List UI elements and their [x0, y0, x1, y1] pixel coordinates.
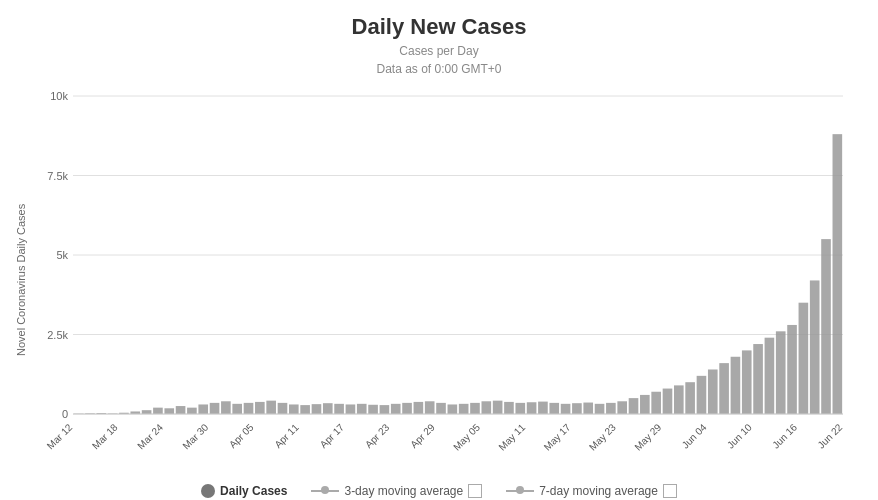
svg-rect-37 — [380, 405, 390, 414]
svg-text:Apr 23: Apr 23 — [363, 421, 392, 450]
svg-rect-36 — [368, 405, 378, 414]
svg-rect-25 — [244, 403, 254, 414]
svg-rect-33 — [334, 404, 344, 414]
svg-rect-16 — [142, 410, 152, 414]
chart-subtitle: Cases per Day Data as of 0:00 GMT+0 — [376, 42, 501, 78]
svg-text:Mar 12: Mar 12 — [45, 421, 75, 451]
svg-rect-17 — [153, 408, 163, 414]
svg-text:Mar 18: Mar 18 — [90, 421, 120, 451]
svg-rect-53 — [561, 404, 571, 414]
svg-rect-64 — [685, 382, 695, 414]
svg-text:Apr 29: Apr 29 — [408, 421, 437, 450]
svg-text:May 29: May 29 — [632, 421, 663, 452]
svg-rect-63 — [674, 385, 684, 414]
svg-rect-29 — [289, 404, 299, 414]
y-axis-label: Novel Coronavirus Daily Cases — [10, 84, 28, 476]
legend-label-7day: 7-day moving average — [539, 484, 658, 498]
svg-rect-28 — [278, 403, 288, 414]
legend-box-7day — [663, 484, 677, 498]
svg-rect-19 — [176, 406, 186, 414]
chart-title: Daily New Cases — [352, 14, 527, 40]
svg-text:Jun 04: Jun 04 — [680, 421, 709, 450]
legend-label-3day: 3-day moving average — [344, 484, 463, 498]
svg-rect-24 — [232, 404, 242, 414]
svg-rect-38 — [391, 404, 401, 414]
svg-rect-76 — [821, 239, 831, 414]
svg-text:May 23: May 23 — [587, 421, 618, 452]
svg-text:Jun 22: Jun 22 — [815, 421, 844, 450]
svg-rect-50 — [527, 402, 537, 414]
svg-rect-57 — [606, 403, 616, 414]
svg-text:Apr 11: Apr 11 — [272, 421, 301, 450]
svg-rect-62 — [663, 389, 673, 414]
svg-rect-26 — [255, 402, 265, 414]
svg-rect-34 — [346, 404, 356, 414]
legend-label-daily: Daily Cases — [220, 484, 287, 498]
svg-text:Mar 30: Mar 30 — [181, 421, 211, 451]
chart-area: Novel Coronavirus Daily Cases 02.5k5k7.5… — [10, 84, 868, 476]
svg-rect-44 — [459, 404, 469, 414]
svg-rect-18 — [164, 408, 174, 414]
svg-rect-32 — [323, 403, 333, 414]
svg-text:Apr 17: Apr 17 — [318, 421, 347, 450]
main-chart-svg: 02.5k5k7.5k10kMar 12Mar 18Mar 24Mar 30Ap… — [28, 84, 858, 476]
svg-rect-48 — [504, 402, 514, 414]
svg-rect-40 — [414, 402, 424, 414]
svg-rect-42 — [436, 403, 446, 414]
svg-rect-46 — [481, 401, 491, 414]
svg-text:5k: 5k — [56, 249, 68, 261]
svg-rect-23 — [221, 401, 231, 414]
svg-rect-59 — [629, 398, 639, 414]
svg-rect-70 — [753, 344, 763, 414]
svg-text:May 05: May 05 — [451, 421, 482, 452]
legend-line-7day — [506, 490, 534, 492]
svg-rect-39 — [402, 403, 412, 414]
grid-and-bars: 02.5k5k7.5k10kMar 12Mar 18Mar 24Mar 30Ap… — [28, 84, 858, 476]
svg-rect-72 — [776, 331, 786, 414]
svg-rect-67 — [719, 363, 729, 414]
svg-rect-47 — [493, 401, 503, 414]
svg-text:2.5k: 2.5k — [47, 329, 68, 341]
svg-rect-75 — [810, 280, 820, 414]
svg-text:7.5k: 7.5k — [47, 170, 68, 182]
legend-box-3day — [468, 484, 482, 498]
svg-text:Jun 16: Jun 16 — [770, 421, 799, 450]
svg-rect-73 — [787, 325, 797, 414]
svg-rect-74 — [799, 303, 809, 414]
svg-text:Mar 24: Mar 24 — [135, 421, 165, 451]
svg-rect-35 — [357, 404, 367, 414]
svg-text:May 11: May 11 — [496, 421, 527, 452]
svg-rect-60 — [640, 395, 650, 414]
svg-rect-68 — [731, 357, 741, 414]
svg-rect-45 — [470, 403, 480, 414]
legend-line-3day — [311, 490, 339, 492]
svg-rect-43 — [448, 404, 458, 414]
svg-rect-56 — [595, 404, 605, 414]
svg-rect-31 — [312, 404, 322, 414]
svg-rect-41 — [425, 401, 435, 414]
chart-container: Daily New Cases Cases per Day Data as of… — [0, 0, 878, 500]
svg-rect-22 — [210, 403, 220, 414]
svg-rect-71 — [765, 338, 775, 414]
legend-dot-daily — [201, 484, 215, 498]
svg-rect-21 — [198, 404, 208, 414]
chart-inner: 02.5k5k7.5k10kMar 12Mar 18Mar 24Mar 30Ap… — [28, 84, 868, 476]
svg-text:May 17: May 17 — [542, 421, 573, 452]
svg-rect-51 — [538, 402, 548, 414]
svg-text:Apr 05: Apr 05 — [227, 421, 256, 450]
legend-item-daily-cases: Daily Cases — [201, 484, 287, 498]
svg-rect-54 — [572, 403, 582, 414]
svg-rect-27 — [266, 401, 276, 414]
svg-rect-49 — [515, 403, 525, 414]
svg-rect-55 — [583, 403, 593, 414]
legend: Daily Cases 3-day moving average 7-day m… — [201, 476, 677, 500]
svg-rect-77 — [833, 134, 843, 414]
svg-rect-66 — [708, 369, 718, 414]
svg-rect-30 — [300, 405, 310, 414]
svg-text:10k: 10k — [50, 90, 68, 102]
svg-rect-20 — [187, 408, 197, 414]
svg-rect-52 — [549, 403, 559, 414]
legend-item-3day: 3-day moving average — [311, 484, 482, 498]
svg-rect-58 — [617, 401, 627, 414]
legend-item-7day: 7-day moving average — [506, 484, 677, 498]
